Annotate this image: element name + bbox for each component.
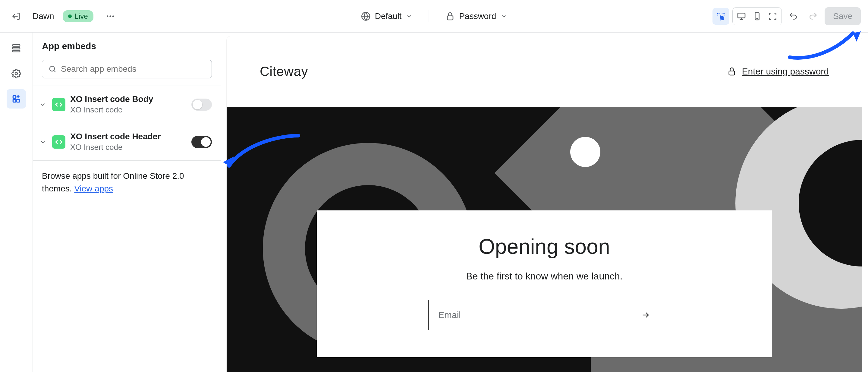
hero-card: Opening soon Be the first to know when w… [317, 210, 772, 357]
preview: Citeway Enter using password Opening soo… [227, 36, 862, 372]
more-button[interactable] [102, 8, 119, 25]
expand-toggle[interactable] [38, 101, 47, 108]
apps-tab[interactable] [7, 89, 26, 108]
email-label: Email [438, 310, 641, 320]
app-icon [52, 98, 65, 111]
svg-point-15 [50, 66, 55, 71]
email-input[interactable]: Email [428, 300, 660, 330]
gear-icon [11, 69, 21, 79]
code-icon [55, 101, 62, 108]
svg-point-7 [757, 18, 758, 19]
svg-point-2 [112, 16, 114, 17]
sidebar-footer: Browse apps built for Online Store 2.0 t… [33, 161, 221, 204]
embed-item-header: XO Insert code Header XO Insert code [33, 123, 221, 161]
svg-rect-14 [13, 99, 16, 102]
decor-shape [570, 137, 600, 167]
store-brand: Citeway [260, 64, 308, 79]
inspector-button[interactable] [712, 8, 730, 25]
embed-toggle[interactable] [191, 136, 212, 148]
topbar-left: Dawn Live [7, 8, 119, 25]
chevron-down-icon [500, 13, 507, 20]
embed-title: XO Insert code Body [70, 94, 187, 104]
search-wrap [33, 60, 221, 86]
search-field[interactable] [61, 64, 206, 74]
code-icon [55, 138, 62, 146]
redo-icon [808, 11, 818, 21]
expand-toggle[interactable] [38, 138, 47, 146]
password-link[interactable]: Enter using password [727, 66, 829, 76]
chevron-down-icon [39, 101, 46, 108]
embed-subtitle: XO Insert code [70, 143, 187, 152]
embed-toggle[interactable] [191, 99, 212, 111]
globe-icon [361, 11, 371, 21]
exit-icon [11, 11, 21, 21]
lock-icon [445, 11, 455, 21]
svg-point-1 [110, 16, 111, 17]
app-icon [52, 135, 65, 149]
topbar-right: Save [712, 7, 861, 25]
apps-icon [11, 94, 21, 104]
language-dropdown[interactable]: Default [357, 8, 417, 24]
topbar: Dawn Live Default Password [0, 0, 868, 33]
embed-subtitle: XO Insert code [70, 105, 187, 115]
svg-rect-4 [447, 16, 453, 20]
undo-button[interactable] [785, 8, 802, 25]
svg-point-11 [15, 72, 18, 75]
lock-icon [727, 67, 737, 76]
embed-text: XO Insert code Body XO Insert code [70, 94, 187, 115]
settings-tab[interactable] [7, 64, 26, 83]
svg-rect-16 [729, 71, 735, 75]
search-input[interactable] [42, 60, 212, 79]
sidebar: App embeds XO Insert code Body XO Insert… [33, 33, 221, 372]
embed-title: XO Insert code Header [70, 132, 187, 142]
embed-text: XO Insert code Header XO Insert code [70, 132, 187, 152]
sidebar-title: App embeds [33, 33, 221, 60]
desktop-icon [737, 11, 746, 21]
desktop-button[interactable] [734, 9, 749, 24]
undo-icon [788, 11, 798, 21]
svg-rect-10 [13, 50, 20, 52]
inspector-icon [716, 11, 726, 21]
mobile-icon [752, 11, 762, 21]
sections-tab[interactable] [7, 39, 26, 58]
more-icon [105, 11, 115, 21]
device-group [733, 7, 782, 25]
preview-header: Citeway Enter using password [227, 36, 862, 107]
svg-rect-13 [17, 99, 19, 102]
template-dropdown[interactable]: Password [441, 8, 511, 24]
sections-icon [11, 43, 21, 53]
svg-rect-9 [13, 47, 20, 49]
mobile-button[interactable] [749, 9, 765, 24]
view-apps-link[interactable]: View apps [74, 184, 113, 193]
exit-button[interactable] [7, 8, 24, 25]
search-icon [48, 65, 57, 73]
embed-item-body: XO Insert code Body XO Insert code [33, 86, 221, 123]
fullscreen-icon [768, 11, 778, 21]
svg-rect-8 [13, 44, 20, 46]
chevron-down-icon [39, 138, 46, 146]
live-badge: Live [63, 10, 93, 22]
preview-hero: Opening soon Be the first to know when w… [227, 107, 862, 372]
chevron-down-icon [406, 13, 412, 20]
svg-rect-12 [13, 96, 16, 98]
leftrail [0, 33, 33, 372]
hero-subtitle: Be the first to know when we launch. [335, 271, 754, 282]
redo-button[interactable] [805, 8, 822, 25]
svg-point-0 [107, 16, 108, 17]
arrow-right-icon [641, 310, 650, 320]
theme-name: Dawn [33, 11, 54, 21]
fullscreen-button[interactable] [765, 9, 780, 24]
divider [429, 10, 429, 22]
topbar-center: Default Password [357, 8, 512, 24]
save-button[interactable]: Save [825, 7, 861, 25]
hero-title: Opening soon [335, 235, 754, 259]
svg-rect-5 [738, 13, 745, 18]
